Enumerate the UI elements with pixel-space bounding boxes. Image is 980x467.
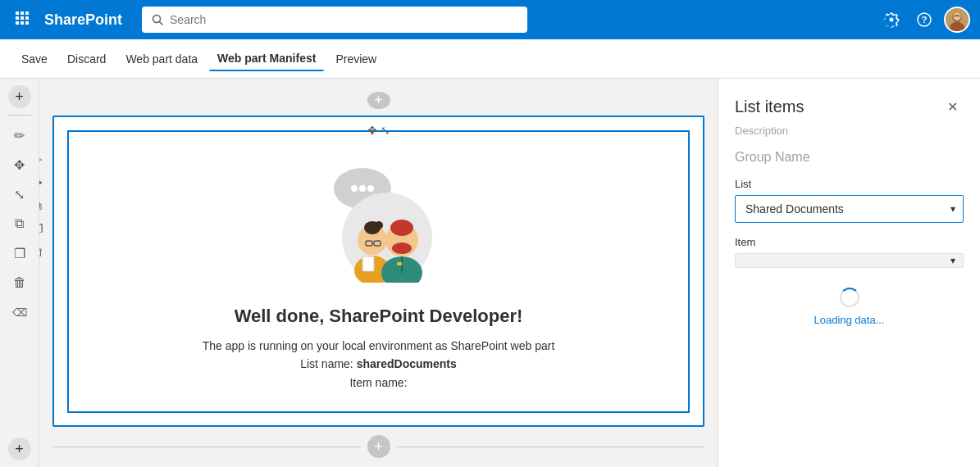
canvas-section: ✏ ✥ ⧉ ❐ 🗑 ✥ ⤡: [52, 116, 704, 427]
canvas-edit-icon[interactable]: ✏: [39, 150, 48, 170]
loading-area: Loading data...: [735, 288, 964, 326]
webpart-line1: The app is running on your local environ…: [203, 339, 555, 352]
panel-group-name: Group Name: [735, 150, 964, 165]
divider-line-left: [52, 447, 361, 447]
canvas-tools: ✏ ✥ ⧉ ❐ 🗑: [39, 150, 48, 261]
edit-icon[interactable]: ✏: [7, 122, 33, 148]
loading-text: Loading data...: [814, 314, 884, 326]
svg-rect-7: [21, 21, 24, 25]
delete-icon[interactable]: 🗑: [7, 270, 33, 296]
copy2-icon[interactable]: ❐: [7, 240, 33, 266]
svg-text:?: ?: [922, 15, 928, 25]
discard-button[interactable]: Discard: [59, 48, 114, 70]
webpart-list-label: List name:: [300, 357, 356, 370]
webpart-description: The app is running on your local environ…: [203, 337, 555, 392]
top-navigation: SharePoint ?: [0, 0, 980, 39]
svg-line-10: [160, 22, 163, 25]
search-input[interactable]: [170, 13, 517, 26]
svg-rect-1: [21, 11, 24, 15]
sidebar-divider-1: [8, 115, 31, 116]
web-part-data-button[interactable]: Web part data: [117, 48, 206, 70]
panel-close-button[interactable]: ✕: [941, 95, 964, 118]
move-icon[interactable]: ✥: [7, 152, 33, 178]
svg-point-19: [351, 185, 358, 192]
user-avatar[interactable]: [944, 7, 970, 33]
settings-button[interactable]: [878, 7, 905, 33]
webpart-item-label: Item name:: [349, 376, 407, 389]
item-select-disabled: [735, 253, 964, 268]
editor-toolbar: Save Discard Web part data Web part Mani…: [0, 39, 980, 79]
svg-rect-3: [16, 16, 19, 20]
svg-rect-2: [25, 11, 29, 15]
svg-rect-36: [397, 262, 402, 265]
search-icon: [152, 14, 163, 25]
svg-point-20: [359, 185, 366, 192]
webpart-list-name: sharedDocuments: [357, 357, 457, 370]
right-panel: List items ✕ Description Group Name List…: [718, 79, 980, 467]
left-sidebar: + ✏ ✥ ⤡ ⧉ ❐ 🗑 ⌫ +: [0, 79, 39, 467]
svg-rect-8: [25, 21, 29, 25]
search-bar[interactable]: [142, 7, 527, 33]
svg-rect-0: [16, 11, 19, 15]
svg-point-26: [375, 221, 383, 229]
add-section-bottom-button[interactable]: +: [367, 435, 390, 458]
web-part-manifest-button[interactable]: Web part Manifest: [209, 47, 324, 71]
move-handle-icon: ✥: [367, 124, 377, 137]
move-handle-icon2: ⤡: [381, 124, 390, 137]
preview-button[interactable]: Preview: [327, 48, 385, 70]
svg-point-21: [367, 185, 374, 192]
item-select-wrap: ▾: [735, 253, 964, 268]
svg-rect-6: [16, 21, 19, 25]
svg-rect-4: [21, 16, 24, 20]
canvas-delete-icon[interactable]: 🗑: [39, 242, 48, 261]
canvas-copy2-icon[interactable]: ❐: [39, 219, 48, 238]
add-section-top-button[interactable]: +: [367, 92, 390, 109]
copy-icon[interactable]: ⧉: [7, 211, 33, 237]
svg-rect-30: [362, 256, 374, 271]
svg-point-33: [390, 220, 413, 236]
divider-line-right: [397, 447, 705, 447]
panel-title: List items: [735, 97, 804, 116]
canvas-area: + ✏ ✥ ⧉ ❐ 🗑 ✥ ⤡: [39, 79, 718, 467]
grid-icon[interactable]: [10, 6, 34, 34]
list-label: List: [735, 178, 964, 190]
canvas-move-icon[interactable]: ✥: [39, 173, 48, 193]
list-select-wrap: Shared Documents Documents Pages Site As…: [735, 195, 964, 223]
nav-right-area: ?: [878, 7, 970, 33]
panel-header: List items ✕: [735, 95, 964, 118]
main-layout: + ✏ ✥ ⤡ ⧉ ❐ 🗑 ⌫ + + ✏ ✥ ⧉ ❐ 🗑 ✥ ⤡: [0, 79, 980, 467]
move2-icon[interactable]: ⤡: [7, 181, 33, 207]
sidebar-add-bottom-button[interactable]: +: [8, 438, 31, 460]
section-divider-row: +: [52, 435, 704, 458]
panel-description: Description: [735, 125, 964, 137]
help-button[interactable]: ?: [911, 7, 937, 33]
webpart-illustration: [305, 152, 453, 286]
sidebar-add-top-button[interactable]: +: [8, 85, 31, 108]
delete2-icon[interactable]: ⌫: [7, 299, 33, 325]
webpart-title: Well done, SharePoint Developer!: [235, 306, 523, 327]
webpart-move-handle[interactable]: ✥ ⤡: [367, 124, 390, 137]
list-select[interactable]: Shared Documents Documents Pages Site As…: [735, 195, 964, 223]
app-brand: SharePoint: [44, 11, 122, 29]
webpart-inner: ✥ ⤡: [67, 130, 690, 413]
loading-spinner: [840, 288, 859, 307]
canvas-copy-icon[interactable]: ⧉: [39, 196, 48, 215]
save-button[interactable]: Save: [13, 48, 56, 70]
item-label: Item: [735, 236, 964, 248]
svg-point-34: [392, 243, 412, 254]
svg-rect-5: [25, 16, 29, 20]
